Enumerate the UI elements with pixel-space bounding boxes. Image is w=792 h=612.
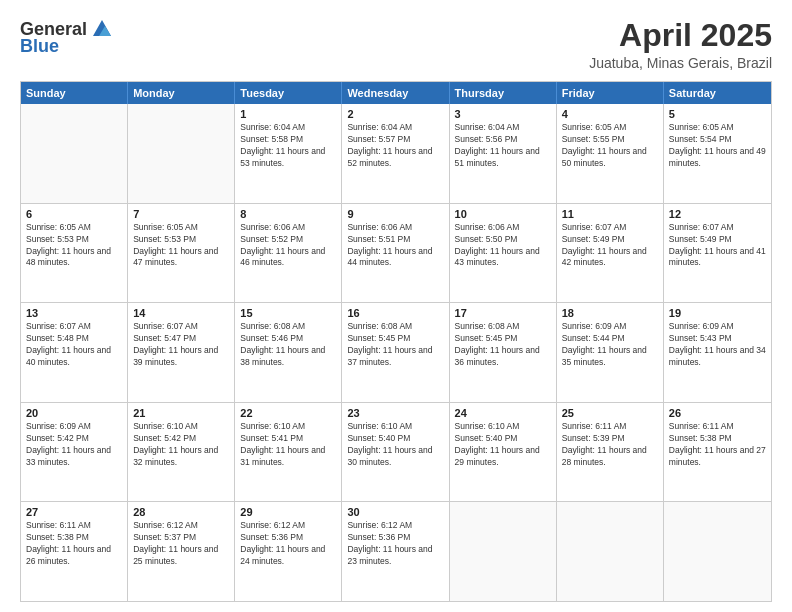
day-info: Sunrise: 6:09 AM Sunset: 5:44 PM Dayligh… bbox=[562, 321, 658, 369]
day-number: 4 bbox=[562, 108, 658, 120]
day-number: 2 bbox=[347, 108, 443, 120]
calendar-cell: 6Sunrise: 6:05 AM Sunset: 5:53 PM Daylig… bbox=[21, 204, 128, 303]
calendar-cell: 30Sunrise: 6:12 AM Sunset: 5:36 PM Dayli… bbox=[342, 502, 449, 601]
calendar-cell bbox=[450, 502, 557, 601]
calendar-cell: 8Sunrise: 6:06 AM Sunset: 5:52 PM Daylig… bbox=[235, 204, 342, 303]
day-info: Sunrise: 6:08 AM Sunset: 5:45 PM Dayligh… bbox=[347, 321, 443, 369]
calendar-cell: 23Sunrise: 6:10 AM Sunset: 5:40 PM Dayli… bbox=[342, 403, 449, 502]
day-info: Sunrise: 6:07 AM Sunset: 5:49 PM Dayligh… bbox=[669, 222, 766, 270]
calendar-row-2: 13Sunrise: 6:07 AM Sunset: 5:48 PM Dayli… bbox=[21, 302, 771, 402]
calendar-cell: 11Sunrise: 6:07 AM Sunset: 5:49 PM Dayli… bbox=[557, 204, 664, 303]
calendar-cell: 5Sunrise: 6:05 AM Sunset: 5:54 PM Daylig… bbox=[664, 104, 771, 203]
day-info: Sunrise: 6:05 AM Sunset: 5:55 PM Dayligh… bbox=[562, 122, 658, 170]
day-info: Sunrise: 6:07 AM Sunset: 5:48 PM Dayligh… bbox=[26, 321, 122, 369]
day-number: 19 bbox=[669, 307, 766, 319]
day-number: 5 bbox=[669, 108, 766, 120]
day-info: Sunrise: 6:07 AM Sunset: 5:49 PM Dayligh… bbox=[562, 222, 658, 270]
day-info: Sunrise: 6:04 AM Sunset: 5:57 PM Dayligh… bbox=[347, 122, 443, 170]
calendar-cell: 27Sunrise: 6:11 AM Sunset: 5:38 PM Dayli… bbox=[21, 502, 128, 601]
day-number: 23 bbox=[347, 407, 443, 419]
day-info: Sunrise: 6:10 AM Sunset: 5:42 PM Dayligh… bbox=[133, 421, 229, 469]
calendar-cell: 28Sunrise: 6:12 AM Sunset: 5:37 PM Dayli… bbox=[128, 502, 235, 601]
calendar-cell bbox=[557, 502, 664, 601]
calendar-cell: 19Sunrise: 6:09 AM Sunset: 5:43 PM Dayli… bbox=[664, 303, 771, 402]
day-info: Sunrise: 6:12 AM Sunset: 5:37 PM Dayligh… bbox=[133, 520, 229, 568]
day-info: Sunrise: 6:04 AM Sunset: 5:58 PM Dayligh… bbox=[240, 122, 336, 170]
calendar-cell: 26Sunrise: 6:11 AM Sunset: 5:38 PM Dayli… bbox=[664, 403, 771, 502]
day-info: Sunrise: 6:06 AM Sunset: 5:50 PM Dayligh… bbox=[455, 222, 551, 270]
calendar-cell: 4Sunrise: 6:05 AM Sunset: 5:55 PM Daylig… bbox=[557, 104, 664, 203]
calendar-cell: 22Sunrise: 6:10 AM Sunset: 5:41 PM Dayli… bbox=[235, 403, 342, 502]
calendar-cell: 24Sunrise: 6:10 AM Sunset: 5:40 PM Dayli… bbox=[450, 403, 557, 502]
logo: General Blue bbox=[20, 18, 113, 57]
calendar-cell bbox=[128, 104, 235, 203]
day-number: 12 bbox=[669, 208, 766, 220]
calendar-cell: 13Sunrise: 6:07 AM Sunset: 5:48 PM Dayli… bbox=[21, 303, 128, 402]
day-number: 1 bbox=[240, 108, 336, 120]
day-info: Sunrise: 6:05 AM Sunset: 5:54 PM Dayligh… bbox=[669, 122, 766, 170]
title-block: April 2025 Juatuba, Minas Gerais, Brazil bbox=[589, 18, 772, 71]
calendar-cell: 12Sunrise: 6:07 AM Sunset: 5:49 PM Dayli… bbox=[664, 204, 771, 303]
day-of-week-tuesday: Tuesday bbox=[235, 82, 342, 104]
day-number: 18 bbox=[562, 307, 658, 319]
day-number: 9 bbox=[347, 208, 443, 220]
calendar-cell: 2Sunrise: 6:04 AM Sunset: 5:57 PM Daylig… bbox=[342, 104, 449, 203]
day-info: Sunrise: 6:06 AM Sunset: 5:52 PM Dayligh… bbox=[240, 222, 336, 270]
day-info: Sunrise: 6:09 AM Sunset: 5:43 PM Dayligh… bbox=[669, 321, 766, 369]
calendar-cell bbox=[664, 502, 771, 601]
calendar: SundayMondayTuesdayWednesdayThursdayFrid… bbox=[20, 81, 772, 602]
calendar-cell: 20Sunrise: 6:09 AM Sunset: 5:42 PM Dayli… bbox=[21, 403, 128, 502]
day-info: Sunrise: 6:10 AM Sunset: 5:40 PM Dayligh… bbox=[347, 421, 443, 469]
calendar-cell: 16Sunrise: 6:08 AM Sunset: 5:45 PM Dayli… bbox=[342, 303, 449, 402]
calendar-cell: 15Sunrise: 6:08 AM Sunset: 5:46 PM Dayli… bbox=[235, 303, 342, 402]
day-number: 10 bbox=[455, 208, 551, 220]
day-info: Sunrise: 6:10 AM Sunset: 5:41 PM Dayligh… bbox=[240, 421, 336, 469]
calendar-cell bbox=[21, 104, 128, 203]
day-info: Sunrise: 6:12 AM Sunset: 5:36 PM Dayligh… bbox=[240, 520, 336, 568]
calendar-cell: 21Sunrise: 6:10 AM Sunset: 5:42 PM Dayli… bbox=[128, 403, 235, 502]
day-info: Sunrise: 6:11 AM Sunset: 5:38 PM Dayligh… bbox=[26, 520, 122, 568]
day-of-week-monday: Monday bbox=[128, 82, 235, 104]
calendar-cell: 9Sunrise: 6:06 AM Sunset: 5:51 PM Daylig… bbox=[342, 204, 449, 303]
calendar-row-3: 20Sunrise: 6:09 AM Sunset: 5:42 PM Dayli… bbox=[21, 402, 771, 502]
calendar-row-1: 6Sunrise: 6:05 AM Sunset: 5:53 PM Daylig… bbox=[21, 203, 771, 303]
calendar-cell: 10Sunrise: 6:06 AM Sunset: 5:50 PM Dayli… bbox=[450, 204, 557, 303]
header: General Blue April 2025 Juatuba, Minas G… bbox=[20, 18, 772, 71]
calendar-cell: 29Sunrise: 6:12 AM Sunset: 5:36 PM Dayli… bbox=[235, 502, 342, 601]
day-info: Sunrise: 6:07 AM Sunset: 5:47 PM Dayligh… bbox=[133, 321, 229, 369]
day-number: 11 bbox=[562, 208, 658, 220]
calendar-cell: 25Sunrise: 6:11 AM Sunset: 5:39 PM Dayli… bbox=[557, 403, 664, 502]
day-info: Sunrise: 6:08 AM Sunset: 5:46 PM Dayligh… bbox=[240, 321, 336, 369]
day-of-week-friday: Friday bbox=[557, 82, 664, 104]
calendar-cell: 18Sunrise: 6:09 AM Sunset: 5:44 PM Dayli… bbox=[557, 303, 664, 402]
day-of-week-sunday: Sunday bbox=[21, 82, 128, 104]
day-number: 22 bbox=[240, 407, 336, 419]
day-number: 7 bbox=[133, 208, 229, 220]
day-number: 16 bbox=[347, 307, 443, 319]
calendar-body: 1Sunrise: 6:04 AM Sunset: 5:58 PM Daylig… bbox=[21, 104, 771, 601]
subtitle: Juatuba, Minas Gerais, Brazil bbox=[589, 55, 772, 71]
day-number: 13 bbox=[26, 307, 122, 319]
day-number: 8 bbox=[240, 208, 336, 220]
day-of-week-wednesday: Wednesday bbox=[342, 82, 449, 104]
calendar-cell: 1Sunrise: 6:04 AM Sunset: 5:58 PM Daylig… bbox=[235, 104, 342, 203]
day-info: Sunrise: 6:04 AM Sunset: 5:56 PM Dayligh… bbox=[455, 122, 551, 170]
day-of-week-thursday: Thursday bbox=[450, 82, 557, 104]
day-of-week-saturday: Saturday bbox=[664, 82, 771, 104]
day-info: Sunrise: 6:11 AM Sunset: 5:38 PM Dayligh… bbox=[669, 421, 766, 469]
day-number: 3 bbox=[455, 108, 551, 120]
day-number: 14 bbox=[133, 307, 229, 319]
day-number: 6 bbox=[26, 208, 122, 220]
calendar-cell: 17Sunrise: 6:08 AM Sunset: 5:45 PM Dayli… bbox=[450, 303, 557, 402]
main-title: April 2025 bbox=[589, 18, 772, 53]
day-info: Sunrise: 6:11 AM Sunset: 5:39 PM Dayligh… bbox=[562, 421, 658, 469]
logo-icon bbox=[91, 18, 113, 40]
day-number: 21 bbox=[133, 407, 229, 419]
day-info: Sunrise: 6:05 AM Sunset: 5:53 PM Dayligh… bbox=[26, 222, 122, 270]
day-number: 28 bbox=[133, 506, 229, 518]
day-info: Sunrise: 6:08 AM Sunset: 5:45 PM Dayligh… bbox=[455, 321, 551, 369]
day-number: 15 bbox=[240, 307, 336, 319]
day-info: Sunrise: 6:06 AM Sunset: 5:51 PM Dayligh… bbox=[347, 222, 443, 270]
day-info: Sunrise: 6:10 AM Sunset: 5:40 PM Dayligh… bbox=[455, 421, 551, 469]
calendar-row-4: 27Sunrise: 6:11 AM Sunset: 5:38 PM Dayli… bbox=[21, 501, 771, 601]
